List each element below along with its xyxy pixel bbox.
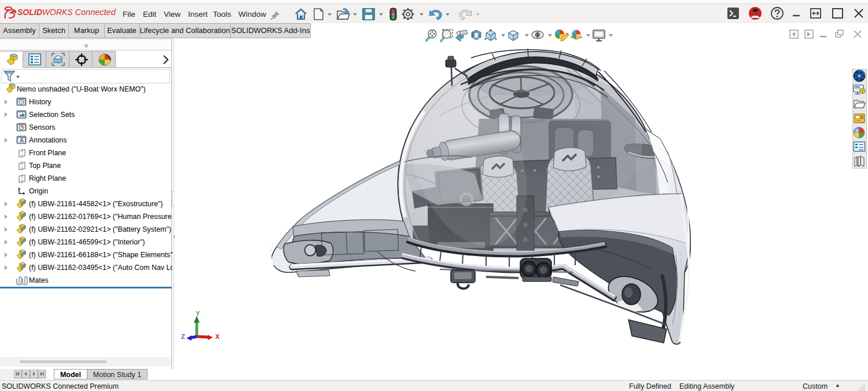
svg-text:A: A: [20, 137, 24, 144]
